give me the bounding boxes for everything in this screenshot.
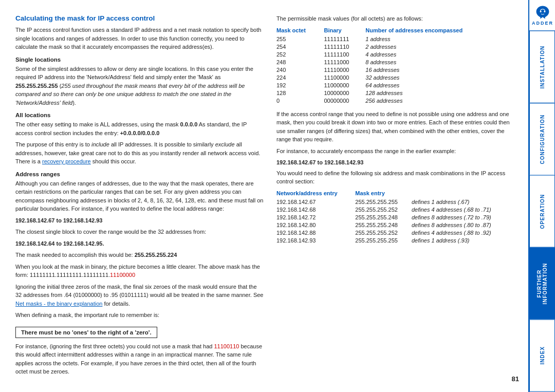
single-para-text1: Some of the simplest addresses to allow …	[15, 66, 253, 81]
all-para2: The purpose of this entry is to	[15, 141, 91, 147]
network-entry-cell: 192.168.142.93	[276, 237, 355, 245]
ip-range-display: 192.168.142.67 to 192.168.142.93	[276, 158, 513, 167]
sidebar-tab-installation[interactable]: INSTALLATION	[529, 31, 555, 103]
mask-cell: 255.255.255.252	[355, 229, 412, 237]
address-ranges-para1: Although you can define ranges of addres…	[15, 179, 264, 213]
para-need: You would need to define the following s…	[276, 169, 513, 186]
page-title: Calculating the mask for IP access contr…	[15, 14, 264, 22]
all-mask-value: 0.0.0.0	[180, 121, 198, 127]
addresses-cell: 256 addresses	[365, 97, 513, 105]
network-table-row: 192.168.142.88255.255.255.252defines 4 a…	[276, 229, 513, 237]
defines-cell: defines 1 address (.67)	[412, 198, 513, 206]
mask-octet-header: Mask octet	[276, 26, 324, 35]
all-include: include	[91, 141, 109, 147]
all-locations-heading: All locations	[15, 112, 264, 118]
network-table: Network/address entry Mask entry 192.168…	[276, 189, 513, 245]
binary-cell: 11111110	[324, 43, 365, 51]
binary-cell: 11111111	[324, 35, 365, 43]
addresses-cell: 32 addresses	[365, 74, 513, 82]
single-locations-heading: Single locations	[15, 57, 264, 63]
bad-binary: 11100110	[214, 343, 239, 349]
mask-octet-cell: 192	[276, 82, 324, 89]
mask-table-row: 2401111000016 addresses	[276, 66, 513, 74]
all-locations-para2: The purpose of this entry is to include …	[15, 140, 264, 166]
defines-cell: defines 8 addresses (.80 to .87)	[412, 221, 513, 229]
defines-cell: defines 4 addresses (.88 to .92)	[412, 229, 513, 237]
defines-cell: defines 1 address (.93)	[412, 237, 513, 245]
sidebar: ADDER INSTALLATION CONFIGURATION OPERATI…	[528, 0, 555, 392]
addresses-cell: 16 addresses	[365, 66, 513, 74]
network-table-row: 192.168.142.67255.255.255.255defines 1 a…	[276, 198, 513, 206]
addresses-cell: 4 addresses	[365, 51, 513, 59]
adder-logo-icon	[534, 5, 551, 20]
addresses-cell: 64 addresses	[365, 82, 513, 89]
range1-bold: 192.168.142.67 to 192.168.142.93	[15, 216, 264, 225]
para4-text: When you look at the mask in binary, the…	[15, 264, 260, 278]
address-ranges-para3: The mask needed to accomplish this would…	[15, 251, 264, 259]
sidebar-tab-index[interactable]: INDEX	[529, 320, 555, 392]
network-table-row: 192.168.142.80255.255.255.248defines 8 a…	[276, 221, 513, 229]
mask3-value: 255.255.255.224	[135, 252, 177, 258]
page-number: 81	[512, 375, 519, 383]
mask-table: Mask octet Binary Number of addresses en…	[276, 26, 513, 105]
sidebar-tab-further-information[interactable]: FURTHER INFORMATION	[529, 248, 555, 320]
para7-text: For instance, (ignoring the first three …	[15, 343, 214, 349]
mask-table-row: 252111111004 addresses	[276, 51, 513, 59]
all-para2-suffix: all IP addresses. It is possible to simi…	[109, 141, 215, 147]
right-column: The permissible mask values (for all oct…	[276, 14, 513, 382]
mask-octet-cell: 0	[276, 97, 324, 105]
addresses-cell: 2 addresses	[365, 43, 513, 51]
network-table-row: 192.168.142.72255.255.255.248defines 8 a…	[276, 214, 513, 221]
all-exclude: exclude	[215, 141, 235, 147]
para5-text: Ignoring the initial three zeros of the …	[15, 284, 263, 298]
network-entry-cell: 192.168.142.80	[276, 221, 355, 229]
binary-cell: 00000000	[324, 97, 365, 105]
mask-table-row: 1921100000064 addresses	[276, 82, 513, 89]
network-entry-header: Network/address entry	[276, 189, 355, 198]
binary-cell: 11100000	[324, 74, 365, 82]
mask-octet-cell: 252	[276, 51, 324, 59]
left-column: Calculating the mask for IP access contr…	[15, 14, 264, 382]
single-italic-close: ).	[72, 100, 76, 106]
all-entry-value: +0.0.0.0/0.0.0.0	[120, 130, 160, 136]
address-ranges-para2: The closest single block to cover the ra…	[15, 228, 264, 236]
all-para1: The other easy setting to make is ALL ad…	[15, 121, 180, 127]
logo-text: ADDER	[532, 21, 553, 26]
network-entry-cell: 192.168.142.68	[276, 206, 355, 214]
all-locations-para: The other easy setting to make is ALL ad…	[15, 120, 264, 137]
mask-table-row: 2241110000032 addresses	[276, 74, 513, 82]
mask-table-row: 255111111111 address	[276, 35, 513, 43]
para-impossible: If the access control range that you nee…	[276, 110, 513, 144]
address-ranges-para6: When defining a mask, the important rule…	[15, 311, 264, 320]
defines-cell: defines 4 addresses (.68 to .71)	[412, 206, 513, 214]
binary-cell: 11111000	[324, 59, 365, 66]
sidebar-tab-configuration[interactable]: CONFIGURATION	[529, 103, 555, 176]
mask-octet-cell: 255	[276, 35, 324, 43]
addresses-cell: 128 addresses	[365, 89, 513, 97]
all-para2-end: should this occur.	[91, 158, 136, 164]
mask-entry-header: Mask entry	[355, 189, 412, 198]
mask-cell: 255.255.255.252	[355, 206, 412, 214]
mask-octet-cell: 128	[276, 89, 324, 97]
network-table-row: 192.168.142.93255.255.255.255defines 1 a…	[276, 237, 513, 245]
defines-cell: defines 8 addresses (.72 to .79)	[412, 214, 513, 221]
addresses-cell: 8 addresses	[365, 59, 513, 66]
single-mask-value: 255.255.255.255	[15, 83, 58, 89]
binary-cell: 10000000	[324, 89, 365, 97]
addresses-header: Number of addresses encompassed	[365, 26, 513, 35]
binary-cell: 11110000	[324, 66, 365, 74]
address-ranges-para4: When you look at the mask in binary, the…	[15, 263, 264, 279]
para3-text: The mask needed to accomplish this would…	[15, 252, 135, 258]
mask-cell: 255.255.255.255	[355, 198, 412, 206]
network-entry-cell: 192.168.142.67	[276, 198, 355, 206]
binary-cell: 11111100	[324, 51, 365, 59]
mask-cell: 255.255.255.248	[355, 221, 412, 229]
recovery-link[interactable]: recovery procedure	[42, 158, 91, 164]
rule-text: There must be no 'ones' to the right of …	[21, 329, 152, 335]
mask-octet-cell: 224	[276, 74, 324, 82]
range2-bold: 192.168.142.64 to 192.168.142.95.	[15, 239, 264, 248]
mask-cell: 255.255.255.248	[355, 214, 412, 221]
sidebar-tab-operation[interactable]: OPERATION	[529, 175, 555, 248]
network-table-row: 192.168.142.68255.255.255.252defines 4 a…	[276, 206, 513, 214]
netmasks-link[interactable]: Net masks - the binary explanation	[15, 301, 102, 307]
